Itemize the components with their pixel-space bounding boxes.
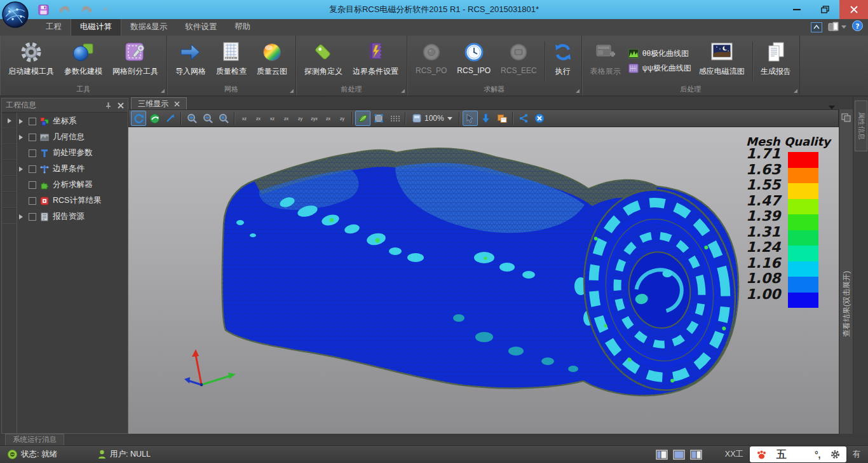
ime-wubi-button[interactable]: 五 <box>776 450 787 460</box>
cancel-button[interactable] <box>532 111 547 126</box>
results-side-tab[interactable]: 查看结果(双击展开) <box>839 109 853 434</box>
probe-angle-button[interactable]: 探测角定义 <box>299 38 348 85</box>
launch-modeler-button[interactable]: 启动建模工具 <box>3 38 59 85</box>
zoom-level-combo[interactable]: 100% <box>409 114 456 123</box>
execute-button[interactable]: 执行 <box>548 38 578 85</box>
tab-3d-display[interactable]: 三维显示 <box>131 97 187 109</box>
dialog-launcher[interactable] <box>576 89 580 93</box>
tree-checkbox[interactable] <box>29 149 36 157</box>
expander-icon[interactable] <box>19 119 25 124</box>
save-button[interactable] <box>38 4 49 15</box>
pin-icon[interactable] <box>105 102 111 109</box>
view-orient-button-2[interactable]: zx <box>252 111 265 126</box>
share-view-button[interactable] <box>516 111 531 126</box>
orbit-button[interactable] <box>147 111 162 126</box>
tab-em-compute[interactable]: 电磁计算 <box>71 18 121 36</box>
table-display-button[interactable]: 表格展示 <box>585 38 626 85</box>
system-messages-tab[interactable]: 系统运行消息 <box>5 434 64 445</box>
restore-button[interactable] <box>811 0 839 19</box>
moon-icon[interactable] <box>796 450 805 459</box>
expander-icon[interactable] <box>19 214 25 219</box>
tree-checkbox[interactable] <box>29 118 36 125</box>
gutter-cell[interactable] <box>2 144 17 160</box>
help-button[interactable]: ? <box>852 20 863 34</box>
collapse-ribbon-button[interactable] <box>811 22 822 32</box>
zoom-out-button[interactable] <box>200 111 215 126</box>
gutter-cell[interactable] <box>2 113 17 128</box>
gutter-cell[interactable] <box>2 160 17 176</box>
minimize-button[interactable] <box>782 0 811 19</box>
mesh-partition-tool-button[interactable]: 网格剖分工具 <box>107 38 163 85</box>
zoom-in-button[interactable] <box>184 111 200 126</box>
properties-side-tab[interactable]: 属性信息 <box>855 100 867 151</box>
dialog-launcher[interactable] <box>401 89 405 93</box>
rcs-eec-button[interactable]: RCS_EEC <box>496 38 542 85</box>
tree-checkbox[interactable] <box>29 134 36 141</box>
gutter-cell[interactable] <box>2 176 17 192</box>
tab-help[interactable]: 帮助 <box>226 19 259 36</box>
device-button[interactable] <box>828 22 846 32</box>
gear-icon[interactable] <box>831 450 840 459</box>
psi-polarization-curve-button[interactable]: ψψ极化曲线图 <box>628 63 691 74</box>
view-orient-button-4[interactable]: zx <box>280 111 293 126</box>
redo-button[interactable] <box>81 5 92 14</box>
zoom-fit-button[interactable] <box>216 111 231 126</box>
tree-item-report-resources[interactable]: 报告资源 <box>17 209 128 225</box>
expander-icon[interactable] <box>19 135 25 140</box>
view-orient-button-7[interactable]: zx <box>322 111 335 126</box>
tree-checkbox[interactable] <box>29 181 36 189</box>
tree-item-geometry-info[interactable]: 几何信息 <box>17 129 128 145</box>
layout-sidebar-icon[interactable] <box>690 450 702 460</box>
boundary-conditions-button[interactable]: 边界条件设置 <box>348 38 403 85</box>
qat-dropdown[interactable] <box>102 7 109 12</box>
tree-checkbox[interactable] <box>29 213 36 221</box>
baidu-paw-icon[interactable] <box>756 450 767 460</box>
rcs-ipo-button[interactable]: RCS_IPO <box>452 38 496 85</box>
import-view-button[interactable] <box>478 111 494 126</box>
ime-punctuation-button[interactable]: °, <box>815 450 821 459</box>
quality-cloudmap-button[interactable]: 质量云图 <box>252 38 292 85</box>
tree-item-preprocess-params[interactable]: 前处理参数 <box>17 145 128 161</box>
gutter-cell[interactable] <box>2 192 17 208</box>
select-tool-button[interactable] <box>463 111 478 126</box>
layout-left-panel-icon[interactable] <box>656 450 668 460</box>
grid-mode-button[interactable] <box>387 111 402 126</box>
tree-item-analysis-solver[interactable]: 分析求解器 <box>17 177 128 193</box>
tree-item-coordinate-system[interactable]: 坐标系 <box>17 113 128 129</box>
view-orient-button-1[interactable]: xz <box>238 111 251 126</box>
import-mesh-button[interactable]: 导入网格 <box>170 38 211 85</box>
layout-full-panel-icon[interactable] <box>673 450 685 460</box>
copy-view-button[interactable] <box>494 111 510 126</box>
tree-checkbox[interactable] <box>29 165 36 173</box>
tree-item-boundary-conditions[interactable]: 边界条件 <box>17 161 128 177</box>
undo-button[interactable] <box>59 5 71 14</box>
tab-settings[interactable]: 软件设置 <box>176 19 226 36</box>
wireframe-mode-button[interactable] <box>371 111 386 126</box>
theta-polarization-curve-button[interactable]: θθ极化曲线图 <box>628 48 691 59</box>
induced-current-map-button[interactable]: 感应电磁流图 <box>694 38 750 85</box>
tree-item-rcs-results[interactable]: RCS计算结果 <box>17 193 128 209</box>
rcs-po-button[interactable]: RCS_PO <box>410 38 452 85</box>
view-orient-button-5[interactable]: zy <box>294 111 307 126</box>
panel-close-icon[interactable] <box>118 102 124 109</box>
tree-checkbox[interactable] <box>29 197 36 205</box>
tab-close-icon[interactable] <box>174 101 180 107</box>
close-button[interactable] <box>839 0 868 19</box>
parametric-modeling-button[interactable]: 参数化建模 <box>59 38 107 85</box>
shaded-mode-button[interactable] <box>355 111 370 126</box>
view-orient-button-8[interactable]: zy <box>336 111 349 126</box>
view-orient-button-3[interactable]: xz <box>266 111 279 126</box>
expander-icon[interactable] <box>19 167 25 172</box>
tab-project[interactable]: 工程 <box>37 19 71 36</box>
dialog-launcher[interactable] <box>161 89 165 93</box>
gutter-cell[interactable] <box>2 128 17 144</box>
gutter-cell[interactable] <box>2 208 17 224</box>
dialog-launcher[interactable] <box>290 89 294 93</box>
3d-viewport-canvas[interactable]: Mesh Quality 1.71 1.63 1.55 1.47 1.39 1.… <box>128 127 839 434</box>
rotate-view-button[interactable] <box>131 111 146 126</box>
pan-button[interactable] <box>163 111 178 126</box>
app-logo[interactable] <box>2 1 29 28</box>
view-orient-button-6[interactable]: zyx <box>308 111 321 126</box>
dialog-launcher[interactable] <box>794 89 797 93</box>
generate-report-button[interactable]: 生成报告 <box>756 38 796 85</box>
